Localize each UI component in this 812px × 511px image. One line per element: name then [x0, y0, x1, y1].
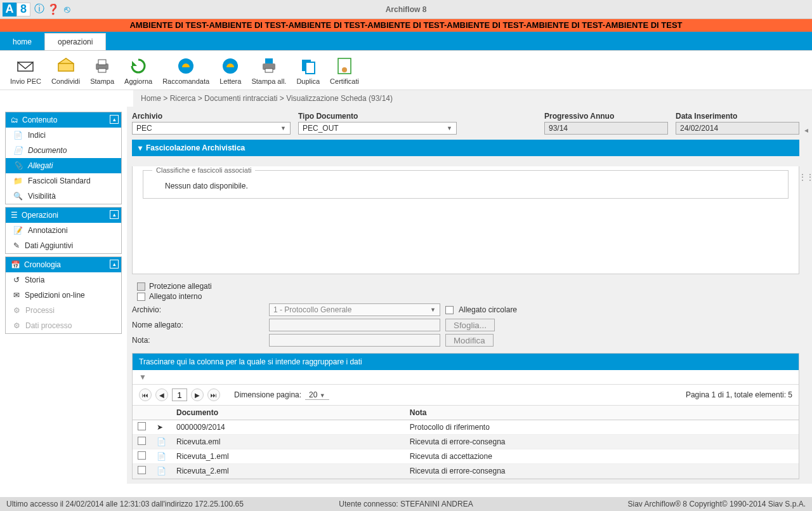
- svg-rect-9: [306, 62, 315, 74]
- sidebar-item-annotazioni[interactable]: 📝Annotazioni: [6, 223, 121, 238]
- interno-label: Allegato interno: [149, 292, 202, 301]
- col-documento[interactable]: Documento: [171, 406, 405, 420]
- archivio-dropdown[interactable]: PEC▼: [132, 122, 291, 135]
- archivio2-dropdown[interactable]: 1 - Protocollo Generale▼: [269, 303, 440, 316]
- row-checkbox[interactable]: [138, 437, 146, 445]
- sidebar-item-spedizioni[interactable]: ✉Spedizioni on-line: [6, 288, 121, 303]
- note-icon: 📝: [13, 226, 23, 235]
- interno-checkbox[interactable]: [137, 293, 145, 301]
- sidebar-hdr-cronologia[interactable]: 📅Cronologia▴: [6, 257, 121, 272]
- logo-8: 8: [16, 3, 30, 17]
- pager-last[interactable]: ⏭: [207, 388, 220, 401]
- condividi-button[interactable]: Condividi: [46, 55, 85, 86]
- doc-icon: 📄: [13, 146, 23, 155]
- test-env-banner: AMBIENTE DI TEST-AMBIENTE DI TEST-AMBIEN…: [0, 19, 812, 32]
- sfoglia-button[interactable]: Sfoglia...: [445, 319, 495, 331]
- pager-prev[interactable]: ◀: [155, 388, 168, 401]
- collapse-icon[interactable]: ▴: [110, 210, 119, 219]
- circolare-checkbox[interactable]: [445, 306, 454, 314]
- sidebar-hdr-contenuto[interactable]: 🗂Contenuto▴: [6, 112, 121, 128]
- pagesize-dropdown[interactable]: 20 ▼: [305, 390, 329, 400]
- allegati-form: Protezione allegati Allegato interno Arc…: [132, 282, 799, 347]
- svg-rect-6: [265, 58, 273, 63]
- toolbar: Invio PEC Condividi Stampa Aggiorna Racc…: [0, 51, 812, 90]
- sidebar: 🗂Contenuto▴ 📄Indici 📄Documento 📎Allegati…: [0, 107, 127, 484]
- sidebar-item-documento[interactable]: 📄Documento: [6, 143, 121, 158]
- sidebar-item-visibilita[interactable]: 🔍Visibilità: [6, 189, 121, 204]
- datains-label: Data Inserimento: [676, 112, 799, 121]
- sidebar-item-storia[interactable]: ↺Storia: [6, 272, 121, 288]
- fascicolazione-panel: Classifiche e fascicoli associati Nessun…: [132, 166, 799, 274]
- circolare-label: Allegato circolare: [459, 305, 517, 314]
- collapse-icon[interactable]: ▴: [110, 115, 119, 124]
- duplica-button[interactable]: Duplica: [291, 55, 325, 86]
- clip-icon: 📎: [13, 161, 23, 170]
- stampa-button[interactable]: Stampa: [85, 55, 119, 86]
- protezione-checkbox[interactable]: [137, 282, 145, 291]
- certificati-button[interactable]: Certificati: [325, 55, 364, 86]
- tipodoc-label: Tipo Documento: [298, 112, 457, 121]
- modifica-button[interactable]: Modifica: [445, 334, 494, 347]
- statusbar: Ultimo accesso il 24/02/2014 alle 12:31:…: [0, 497, 812, 511]
- info-icon[interactable]: ⓘ: [33, 3, 46, 16]
- fascicolazione-header[interactable]: ▾Fascicolazione Archivistica: [132, 140, 799, 156]
- raccomandata-button[interactable]: Raccomandata: [157, 55, 214, 86]
- chevron-down-icon: ▼: [280, 125, 286, 131]
- stampa-all-button[interactable]: Stampa all.: [246, 55, 291, 86]
- tipodoc-dropdown[interactable]: PEC_OUT▼: [298, 122, 457, 135]
- svg-rect-1: [98, 60, 106, 65]
- content-pane: ◂ ⋮⋮ Archivio PEC▼ Tipo Documento PEC_OU…: [127, 107, 812, 484]
- pager-first[interactable]: ⏮: [139, 388, 152, 401]
- grid-filter-bar: ▼: [133, 370, 799, 385]
- sidebar-hdr-operazioni[interactable]: ☰Operazioni▴: [6, 208, 121, 223]
- chevron-down-icon: ▾: [138, 143, 142, 152]
- row-checkbox[interactable]: [138, 451, 146, 460]
- tab-home[interactable]: home: [0, 34, 44, 50]
- drag-handle[interactable]: ⋮⋮: [799, 173, 812, 182]
- pager-page-input[interactable]: [172, 388, 187, 401]
- col-nota[interactable]: Nota: [405, 406, 799, 420]
- breadcrumb-docs[interactable]: Documenti rintracciati: [204, 94, 277, 103]
- sidebar-item-indici[interactable]: 📄Indici: [6, 128, 121, 143]
- folder-icon: 📁: [13, 176, 23, 185]
- breadcrumb: Home > Ricerca > Documenti rintracciati …: [133, 90, 812, 107]
- progannuo-label: Progressivo Annuo: [544, 112, 668, 121]
- sidebar-item-fascicoli[interactable]: 📁Fascicoli Standard: [6, 173, 121, 189]
- breadcrumb-ricerca[interactable]: Ricerca: [170, 94, 196, 103]
- table-row[interactable]: 📄Ricevuta.emlRicevuta di errore-consegna: [133, 435, 799, 449]
- collapse-icon[interactable]: ▴: [110, 260, 119, 269]
- sidebar-item-datiagg[interactable]: ✎Dati Aggiuntivi: [6, 238, 121, 253]
- table-row[interactable]: ➤0000009/2014Protocollo di riferimento: [133, 420, 799, 435]
- chevron-down-icon: ▼: [320, 392, 325, 399]
- row-checkbox[interactable]: [138, 422, 146, 430]
- content-icon: 🗂: [11, 116, 18, 124]
- file-icon: 📄: [157, 467, 166, 475]
- grid-pager: ⏮ ◀ ▶ ⏭ Dimensione pagina: 20 ▼ Pagina 1…: [133, 385, 799, 406]
- file-icon: 📄: [157, 452, 166, 461]
- aggiorna-button[interactable]: Aggiorna: [119, 55, 157, 86]
- table-row[interactable]: 📄Ricevuta_1.emlRicevuta di accettazione: [133, 449, 799, 464]
- nota-input[interactable]: [269, 334, 440, 347]
- logout-icon[interactable]: ⎋: [61, 3, 74, 16]
- sidebar-item-allegati[interactable]: 📎Allegati: [6, 158, 121, 173]
- fieldset-legend: Classifiche e fascicoli associati: [152, 166, 255, 174]
- nome-input[interactable]: [269, 319, 440, 331]
- tab-operazioni[interactable]: operazioni: [44, 33, 106, 50]
- breadcrumb-home[interactable]: Home: [141, 94, 161, 103]
- search-icon: 🔍: [13, 192, 23, 201]
- lettera-button[interactable]: Lettera: [214, 55, 246, 86]
- sidebar-item-processi: ⚙Processi: [6, 303, 121, 318]
- pager-info: Pagina 1 di 1, totale elementi: 5: [686, 390, 792, 399]
- edit-icon: ✎: [13, 241, 20, 250]
- grid-group-header[interactable]: Trascinare qui la colonna per la quale s…: [133, 354, 799, 370]
- classifiche-fieldset: Classifiche e fascicoli associati Nessun…: [143, 166, 789, 199]
- table-row[interactable]: 📄Ricevuta_2.emlRicevuta di errore-conseg…: [133, 464, 799, 479]
- filter-icon[interactable]: ▼: [139, 373, 147, 382]
- logo-a: A: [3, 3, 16, 17]
- row-checkbox[interactable]: [138, 466, 146, 474]
- status-center: Utente connesso: STEFANINI ANDREA: [0, 500, 812, 508]
- invio-pec-button[interactable]: Invio PEC: [5, 55, 46, 86]
- pager-next[interactable]: ▶: [191, 388, 204, 401]
- help-icon[interactable]: ❓: [47, 3, 60, 16]
- expand-handle[interactable]: ◂: [804, 126, 808, 135]
